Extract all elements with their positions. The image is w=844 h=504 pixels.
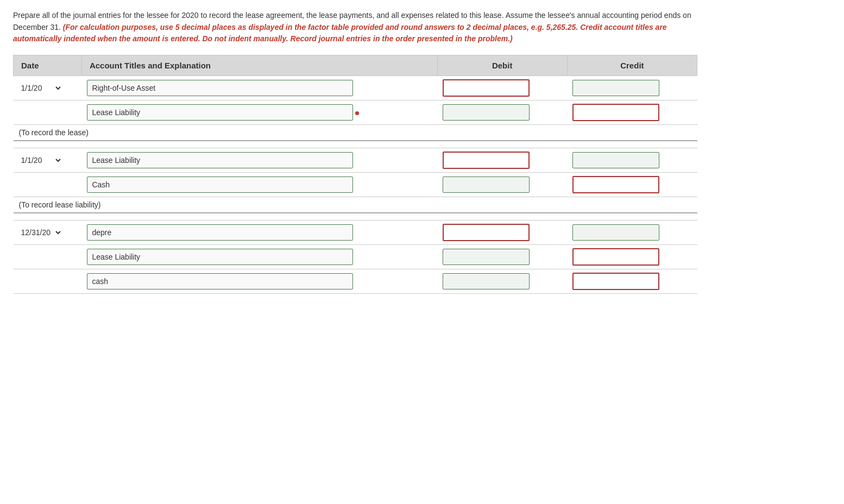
credit-input-2-0[interactable]	[572, 224, 659, 241]
account-input-2-2[interactable]	[87, 273, 353, 289]
instructions-text2: (For calculation purposes, use 5 decimal…	[13, 23, 667, 43]
credit-input-0-0[interactable]	[572, 80, 659, 96]
credit-input-1-0[interactable]	[572, 152, 659, 168]
account-cell-1-0[interactable]	[81, 148, 437, 173]
credit-cell-1-1[interactable]	[567, 173, 697, 197]
instructions: Prepare all of the journal entries for t…	[13, 10, 697, 45]
table-row	[14, 100, 697, 125]
note-text-1: (To record lease liability)	[14, 197, 697, 213]
date-cell-2	[14, 245, 82, 269]
credit-cell-1-0[interactable]	[567, 148, 697, 173]
account-input-1-1[interactable]	[87, 177, 353, 193]
dot-indicator	[355, 111, 359, 115]
table-row: 1/1/2012/31/20	[14, 220, 697, 245]
credit-cell-2-1[interactable]	[567, 245, 697, 269]
account-input-2-0[interactable]	[87, 224, 353, 241]
debit-cell-2-2[interactable]	[437, 269, 567, 294]
note-row-1: (To record lease liability)	[14, 197, 697, 213]
table-row	[14, 269, 697, 294]
date-select-0[interactable]: 1/1/2012/31/20	[19, 83, 62, 93]
date-cell-1	[14, 173, 82, 197]
debit-cell-0-1[interactable]	[437, 100, 567, 125]
debit-input-1-1[interactable]	[443, 177, 530, 193]
table-header-row: Date Account Titles and Explanation Debi…	[14, 55, 697, 76]
date-cell-0[interactable]: 1/1/2012/31/20	[14, 76, 82, 100]
header-account: Account Titles and Explanation	[81, 55, 437, 76]
account-input-0-1[interactable]	[87, 104, 353, 121]
account-cell-1-1[interactable]	[81, 173, 437, 197]
date-cell-2	[14, 269, 82, 294]
journal-table: Date Account Titles and Explanation Debi…	[13, 55, 697, 294]
account-cell-0-1[interactable]	[81, 100, 437, 125]
debit-cell-1-1[interactable]	[437, 173, 567, 197]
table-row: 1/1/2012/31/20	[14, 76, 697, 100]
debit-input-2-2[interactable]	[443, 273, 530, 289]
credit-input-2-2[interactable]	[572, 273, 659, 290]
table-row: 1/1/2012/31/20	[14, 148, 697, 173]
section-divider-1	[14, 213, 697, 220]
account-cell-2-1[interactable]	[81, 245, 437, 269]
credit-cell-0-1[interactable]	[567, 100, 697, 125]
account-cell-2-2[interactable]	[81, 269, 437, 294]
table-row	[14, 173, 697, 197]
debit-input-2-1[interactable]	[443, 249, 530, 265]
date-select-1[interactable]: 1/1/2012/31/20	[19, 155, 62, 165]
credit-cell-2-2[interactable]	[567, 269, 697, 294]
table-row	[14, 245, 697, 269]
credit-cell-2-0[interactable]	[567, 220, 697, 245]
date-cell-2[interactable]: 1/1/2012/31/20	[14, 220, 82, 245]
credit-cell-0-0[interactable]	[567, 76, 697, 100]
note-text-0: (To record the lease)	[14, 125, 697, 141]
credit-input-2-1[interactable]	[572, 248, 659, 266]
account-input-1-0[interactable]	[87, 152, 353, 168]
debit-cell-2-0[interactable]	[437, 220, 567, 245]
debit-input-2-0[interactable]	[443, 224, 530, 241]
debit-input-1-0[interactable]	[443, 152, 530, 169]
account-input-0-0[interactable]	[87, 80, 353, 96]
debit-input-0-1[interactable]	[443, 104, 530, 121]
account-cell-2-0[interactable]	[81, 220, 437, 245]
debit-input-0-0[interactable]	[443, 79, 530, 97]
header-date: Date	[14, 55, 82, 76]
credit-input-1-1[interactable]	[572, 176, 659, 193]
date-select-2[interactable]: 1/1/2012/31/20	[19, 228, 62, 237]
account-input-2-1[interactable]	[87, 249, 353, 265]
note-row-0: (To record the lease)	[14, 125, 697, 141]
credit-input-0-1[interactable]	[572, 104, 659, 121]
account-cell-0-0[interactable]	[81, 76, 437, 100]
debit-cell-0-0[interactable]	[437, 76, 567, 100]
debit-cell-1-0[interactable]	[437, 148, 567, 173]
date-cell-0	[14, 100, 82, 125]
header-credit: Credit	[567, 55, 697, 76]
section-divider-0	[14, 141, 697, 148]
date-cell-1[interactable]: 1/1/2012/31/20	[14, 148, 82, 173]
header-debit: Debit	[437, 55, 567, 76]
debit-cell-2-1[interactable]	[437, 245, 567, 269]
